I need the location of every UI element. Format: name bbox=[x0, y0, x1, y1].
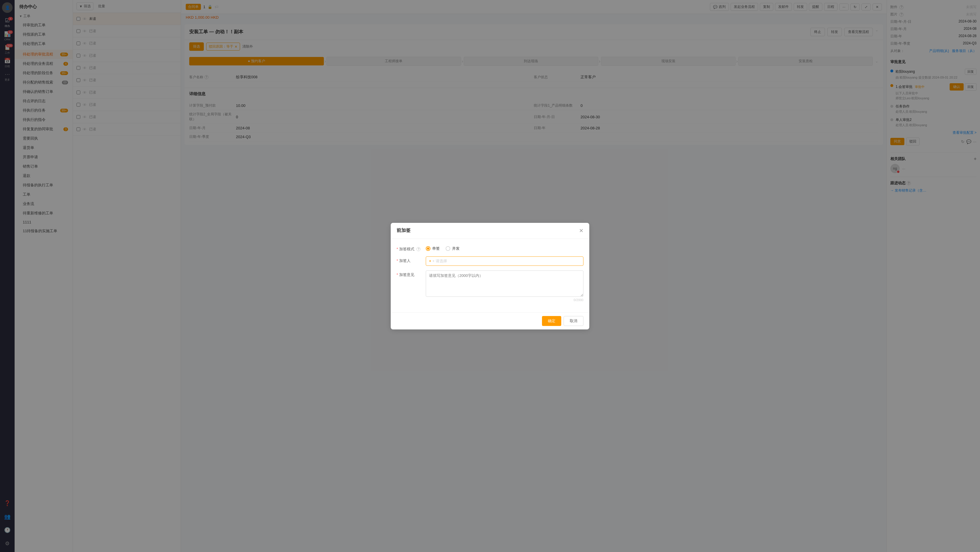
required-mark-2: * bbox=[396, 258, 398, 263]
parallel-sign-radio[interactable] bbox=[445, 246, 450, 251]
serial-sign-option[interactable]: 串签 bbox=[426, 246, 440, 251]
plus-icon: + bbox=[429, 259, 431, 263]
sign-mode-label: * 加签模式 ? bbox=[396, 245, 426, 252]
comment-count: 0/2000 bbox=[426, 298, 584, 302]
modal-body: * 加签模式 ? 串签 并发 bbox=[391, 239, 589, 312]
required-mark: * bbox=[396, 247, 398, 251]
confirm-button[interactable]: 确定 bbox=[542, 316, 561, 326]
signer-row: * 加签人 + + 请选择 bbox=[396, 256, 584, 266]
required-mark-3: * bbox=[396, 272, 398, 277]
sign-mode-control: 串签 并发 bbox=[426, 245, 584, 251]
modal-header: 前加签 ✕ bbox=[391, 223, 589, 239]
comment-textarea[interactable] bbox=[426, 270, 584, 297]
signer-control: + + 请选择 bbox=[426, 256, 584, 266]
comment-row: * 加签意见 0/2000 bbox=[396, 270, 584, 302]
modal-close-button[interactable]: ✕ bbox=[579, 227, 584, 234]
signer-label: * 加签人 bbox=[396, 256, 426, 263]
serial-sign-radio[interactable] bbox=[426, 246, 430, 251]
comment-label: * 加签意见 bbox=[396, 270, 426, 277]
signer-placeholder: + 请选择 bbox=[433, 258, 447, 264]
sign-mode-row: * 加签模式 ? 串签 并发 bbox=[396, 245, 584, 252]
cancel-button[interactable]: 取消 bbox=[563, 316, 584, 326]
parallel-sign-option[interactable]: 并发 bbox=[445, 246, 460, 251]
parallel-sign-label: 并发 bbox=[452, 246, 460, 251]
pre-sign-modal: 前加签 ✕ * 加签模式 ? 串签 bbox=[391, 223, 589, 329]
comment-control: 0/2000 bbox=[426, 270, 584, 302]
modal-overlay: 前加签 ✕ * 加签模式 ? 串签 bbox=[0, 0, 980, 552]
modal-footer: 确定 取消 bbox=[391, 312, 589, 329]
sign-mode-radio-group: 串签 并发 bbox=[426, 245, 584, 251]
serial-sign-label: 串签 bbox=[432, 246, 440, 251]
modal-title: 前加签 bbox=[396, 227, 410, 234]
signer-select[interactable]: + + 请选择 bbox=[426, 256, 584, 266]
sign-mode-hint-icon: ? bbox=[417, 247, 420, 251]
